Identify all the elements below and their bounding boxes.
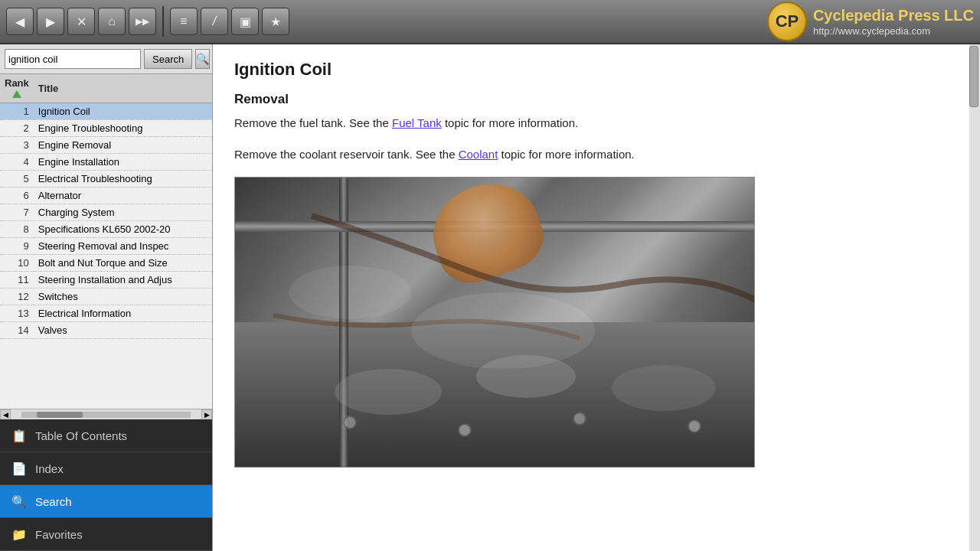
table-row[interactable]: 11Steering Installation and Adjus	[0, 272, 212, 289]
logo-text: Cyclepedia Press LLC http://www.cycleped…	[813, 5, 974, 38]
nav-favorites[interactable]: 📁 Favorites	[0, 518, 212, 551]
rank-column-header: Rank	[0, 74, 34, 103]
rank-cell: 11	[0, 272, 34, 289]
table-row[interactable]: 6Alternator	[0, 187, 212, 204]
scrollbar-thumb[interactable]	[969, 46, 978, 107]
sort-arrow-icon[interactable]	[12, 90, 21, 98]
engine-image	[234, 177, 755, 468]
contents-button[interactable]: ≡	[170, 8, 198, 35]
title-cell: Switches	[34, 289, 212, 305]
rank-cell: 14	[0, 322, 34, 339]
table-row[interactable]: 1Ignition Coil	[0, 103, 212, 120]
title-cell: Steering Removal and Inspec	[34, 238, 212, 255]
rank-cell: 2	[0, 120, 34, 137]
rank-cell: 12	[0, 289, 34, 305]
rank-label: Rank	[5, 77, 29, 89]
company-url: http://www.cyclepedia.com	[813, 25, 974, 38]
favorites-icon: 📁	[11, 526, 28, 543]
para1-text-after: topic for more information.	[442, 116, 578, 129]
title-cell: Engine Removal	[34, 137, 212, 154]
table-row[interactable]: 13Electrical Information	[0, 305, 212, 322]
paragraph-1: Remove the fuel tank. See the Fuel Tank …	[234, 115, 959, 132]
rank-cell: 5	[0, 171, 34, 187]
svg-point-5	[573, 412, 586, 425]
forward-button[interactable]: ▶	[37, 8, 64, 35]
rank-cell: 4	[0, 154, 34, 171]
search-results: Rank Title 1Ignition Coil2Engine Trouble…	[0, 74, 212, 339]
nav-index[interactable]: 📄 Index	[0, 452, 212, 485]
home-button[interactable]: ⌂	[98, 8, 126, 35]
title-cell: Alternator	[34, 187, 212, 204]
title-cell: Valves	[34, 322, 212, 339]
horizontal-scrollbar[interactable]: ◀ ▶	[0, 409, 212, 419]
fuel-tank-link[interactable]: Fuel Tank	[392, 116, 442, 129]
svg-point-7	[411, 292, 595, 369]
rank-cell: 3	[0, 137, 34, 154]
favorites-label: Favorites	[35, 528, 83, 541]
title-cell: Bolt and Nut Torque and Size	[34, 255, 212, 272]
rank-cell: 1	[0, 103, 34, 120]
scroll-track[interactable]	[21, 412, 191, 418]
next-button[interactable]: ▶▶	[129, 8, 156, 35]
table-row[interactable]: 14Valves	[0, 322, 212, 339]
bottom-nav: 📋 Table Of Contents 📄 Index 🔍 Search 📁 F…	[0, 419, 212, 551]
toc-icon: 📋	[11, 427, 28, 444]
engine-svg-overlay	[235, 178, 754, 467]
svg-point-6	[688, 420, 701, 432]
search-input[interactable]	[5, 49, 141, 69]
table-row[interactable]: 10Bolt and Nut Torque and Size	[0, 255, 212, 272]
index-icon: 📄	[11, 460, 28, 477]
results-body: 1Ignition Coil2Engine Troubleshooting3En…	[0, 103, 212, 339]
para2-text-after: topic for more information.	[498, 148, 634, 161]
table-row[interactable]: 12Switches	[0, 289, 212, 305]
search-bar: Search 🔍	[0, 44, 212, 74]
toolbar: ◀ ▶ ✕ ⌂ ▶▶ ≡ / ▣ ★ CP Cyclepedia Press L…	[0, 0, 980, 44]
coolant-link[interactable]: Coolant	[459, 148, 498, 161]
title-cell: Steering Installation and Adjus	[34, 272, 212, 289]
left-panel: Search 🔍 Rank Title	[0, 44, 213, 551]
table-row[interactable]: 5Electrical Troubleshooting	[0, 171, 212, 187]
bookmark-button[interactable]: ★	[262, 8, 289, 35]
scroll-left-button[interactable]: ◀	[0, 409, 11, 420]
table-row[interactable]: 4Engine Installation	[0, 154, 212, 171]
svg-point-8	[289, 266, 411, 319]
content-area: Ignition Coil Removal Remove the fuel ta…	[213, 44, 980, 551]
svg-point-2	[612, 365, 716, 411]
nav-search[interactable]: 🔍 Search	[0, 485, 212, 518]
search-button[interactable]: Search	[144, 49, 192, 69]
content-scrollbar[interactable]	[969, 44, 980, 551]
search-icon-button[interactable]: 🔍	[195, 49, 210, 69]
company-name: Cyclepedia Press LLC	[813, 5, 974, 25]
table-row[interactable]: 7Charging System	[0, 204, 212, 221]
rank-cell: 9	[0, 238, 34, 255]
table-row[interactable]: 8Specifications KL650 2002-20	[0, 221, 212, 238]
title-cell: Engine Troubleshooting	[34, 120, 212, 137]
scroll-right-button[interactable]: ▶	[201, 409, 212, 420]
print-button[interactable]: ▣	[231, 8, 259, 35]
title-cell: Specifications KL650 2002-20	[34, 221, 212, 238]
rank-cell: 8	[0, 221, 34, 238]
nav-table-of-contents[interactable]: 📋 Table Of Contents	[0, 419, 212, 452]
toolbar-separator	[162, 6, 164, 37]
edit-button[interactable]: /	[201, 8, 228, 35]
title-column-header: Title	[34, 74, 212, 103]
index-label: Index	[35, 462, 64, 475]
rank-cell: 10	[0, 255, 34, 272]
title-cell: Electrical Troubleshooting	[34, 171, 212, 187]
scroll-thumb[interactable]	[37, 412, 83, 418]
table-row[interactable]: 2Engine Troubleshooting	[0, 120, 212, 137]
page-title: Ignition Coil	[234, 60, 959, 80]
title-cell: Electrical Information	[34, 305, 212, 322]
table-row[interactable]: 9Steering Removal and Inspec	[0, 238, 212, 255]
title-cell: Ignition Coil	[34, 103, 212, 120]
svg-point-3	[344, 416, 356, 429]
table-row[interactable]: 3Engine Removal	[0, 137, 212, 154]
title-cell: Charging System	[34, 204, 212, 221]
back-button[interactable]: ◀	[6, 8, 34, 35]
rank-cell: 7	[0, 204, 34, 221]
rank-cell: 6	[0, 187, 34, 204]
rank-cell: 13	[0, 305, 34, 322]
main-layout: Search 🔍 Rank Title	[0, 44, 980, 551]
stop-button[interactable]: ✕	[67, 8, 95, 35]
results-table[interactable]: Rank Title 1Ignition Coil2Engine Trouble…	[0, 74, 212, 409]
